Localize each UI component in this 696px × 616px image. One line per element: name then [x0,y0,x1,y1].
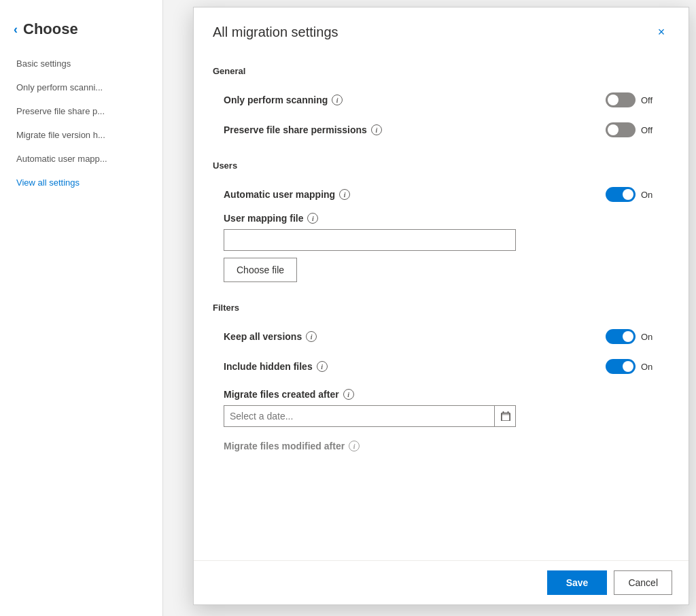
migrate-modified-after-info-icon[interactable]: i [349,441,360,451]
filters-section-title: Filters [213,303,669,313]
preserve-file-share-label: Preserve file share permissions i [224,124,382,135]
back-button[interactable]: ‹ Choose [0,14,162,52]
migrate-created-after-input-wrapper [224,405,516,427]
choose-file-button[interactable]: Choose file [224,258,297,282]
keep-all-versions-label: Keep all versions i [224,331,317,342]
chevron-left-icon: ‹ [14,22,18,37]
modal-footer: Save Cancel [194,560,689,604]
include-hidden-files-info-icon[interactable]: i [317,361,328,372]
background-sidebar: ‹ Choose Basic settings Only perform sca… [0,0,163,616]
include-hidden-files-row: Include hidden files i On [213,352,669,381]
only-perform-scanning-info-icon[interactable]: i [332,95,343,105]
user-mapping-file-info-icon[interactable]: i [307,213,318,224]
cancel-button[interactable]: Cancel [614,570,672,595]
auto-user-mapping-toggle[interactable] [606,187,636,202]
only-perform-scanning-toggle[interactable] [606,92,636,107]
user-mapping-file-input[interactable] [224,229,516,251]
auto-user-mapping-label: Automatic user mapping i [224,189,350,200]
general-section-title: General [213,66,669,76]
modal-title: All migration settings [213,24,338,40]
sidebar-item-auto-user-mapping[interactable]: Automatic user mapp... [0,147,162,171]
migrate-created-after-section: Migrate files created after i [213,386,669,434]
close-button[interactable]: × [650,21,672,43]
calendar-icon-button[interactable] [494,405,516,427]
include-hidden-files-label: Include hidden files i [224,361,328,372]
include-hidden-files-toggle[interactable] [606,359,636,374]
sidebar-item-migrate-version[interactable]: Migrate file version h... [0,123,162,147]
sidebar-item-only-perform[interactable]: Only perform scanni... [0,75,162,99]
only-perform-scanning-label: Only perform scanning i [224,95,343,105]
user-mapping-file-section: User mapping file i Choose file [213,210,669,289]
auto-user-mapping-row: Automatic user mapping i On [213,180,669,209]
only-perform-scanning-toggle-wrapper: Off [606,92,659,107]
keep-all-versions-row: Keep all versions i On [213,322,669,351]
page-title: Choose [23,20,78,38]
keep-all-versions-info-icon[interactable]: i [306,331,317,342]
users-section-title: Users [213,160,669,171]
sidebar-item-preserve-file[interactable]: Preserve file share p... [0,99,162,123]
migrate-created-after-info-icon[interactable]: i [343,389,354,400]
preserve-file-share-info-icon[interactable]: i [371,124,382,135]
include-hidden-files-toggle-wrapper: On [606,359,659,374]
keep-all-versions-toggle[interactable] [606,329,636,344]
migrate-created-after-input[interactable] [224,405,516,427]
auto-user-mapping-info-icon[interactable]: i [339,189,350,200]
sidebar-item-basic-settings[interactable]: Basic settings [0,52,162,75]
modal-panel: All migration settings × General Only pe… [193,7,689,605]
auto-user-mapping-toggle-wrapper: On [606,187,659,202]
modal-body: General Only perform scanning i Off Pres… [194,50,689,560]
keep-all-versions-toggle-label: On [641,332,659,342]
migrate-modified-after-partial: Migrate files modified after i [213,434,669,454]
auto-user-mapping-toggle-label: On [641,190,659,200]
modal-header: All migration settings × [194,7,689,50]
only-perform-scanning-toggle-label: Off [641,95,659,105]
preserve-file-share-toggle-wrapper: Off [606,122,659,137]
only-perform-scanning-row: Only perform scanning i Off [213,86,669,114]
preserve-file-share-row: Preserve file share permissions i Off [213,116,669,144]
user-mapping-file-label: User mapping file i [224,213,659,224]
calendar-icon [501,411,510,421]
preserve-file-share-toggle[interactable] [606,122,636,137]
include-hidden-files-toggle-label: On [641,362,659,372]
migrate-created-after-label: Migrate files created after i [224,389,659,400]
keep-all-versions-toggle-wrapper: On [606,329,659,344]
preserve-file-share-toggle-label: Off [641,125,659,135]
save-button[interactable]: Save [547,570,608,595]
sidebar-item-view-all[interactable]: View all settings [0,171,162,194]
